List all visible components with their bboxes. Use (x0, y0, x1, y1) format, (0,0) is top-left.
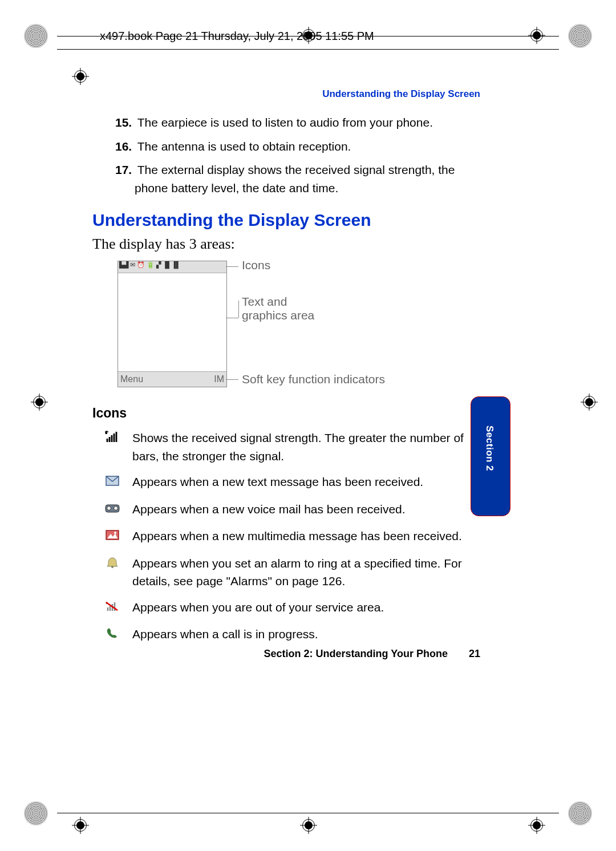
voicemail-icon (92, 500, 132, 520)
diagram-leader-line (226, 266, 238, 267)
section-heading: Understanding the Display Screen (92, 210, 480, 230)
phone-screen-illustration: ▙▟ ✉ ⏰ 🔋 ▞ ▐▌▐▌ Menu IM (117, 261, 227, 387)
mms-icon (92, 527, 132, 546)
phone-softkey-bar: Menu IM (118, 371, 226, 387)
svg-point-5 (114, 532, 116, 534)
icon-description-list: Shows the received signal strength. The … (92, 429, 480, 645)
crop-mark-icon (568, 24, 592, 48)
list-item: 15. The earpiece is used to listen to au… (92, 114, 480, 132)
list-item-text: The earpiece is used to listen to audio … (137, 116, 433, 129)
icon-entry: Appears when a new multimedia message ha… (92, 527, 480, 546)
diagram-label-icons: Icons (242, 258, 270, 272)
call-icon (92, 625, 132, 645)
softkey-right-label: IM (214, 374, 224, 384)
crop-mark-icon (24, 801, 48, 825)
icon-entry-text: Appears when a call is in progress. (132, 625, 480, 643)
list-item: 16. The antenna is used to obtain recept… (92, 137, 480, 156)
no-service-icon (92, 598, 132, 618)
page-footer: Section 2: Understanding Your Phone 21 (92, 648, 480, 660)
text-message-icon (92, 473, 132, 492)
footer-section-text: Section 2: Understanding Your Phone (264, 648, 448, 659)
print-header-text: x497.book Page 21 Thursday, July 21, 200… (100, 30, 374, 43)
icon-entry-text: Appears when a new text message has been… (132, 473, 480, 491)
icon-entry: Appears when you set an alarm to ring at… (92, 554, 480, 590)
display-diagram: ▙▟ ✉ ⏰ 🔋 ▞ ▐▌▐▌ Menu IM Icons Text and g… (117, 261, 480, 391)
svg-point-2 (107, 506, 111, 510)
phone-body-area (118, 273, 226, 371)
crop-rule (57, 813, 559, 813)
diagram-leader-line (238, 301, 239, 318)
page-content: Understanding the Display Screen 15. The… (92, 88, 480, 653)
print-header-rule (57, 49, 559, 50)
diagram-leader-line (226, 379, 238, 380)
icon-entry-text: Shows the received signal strength. The … (132, 429, 480, 465)
icon-entry: Shows the received signal strength. The … (92, 429, 480, 465)
numbered-list: 15. The earpiece is used to listen to au… (92, 114, 480, 197)
crop-mark-icon (24, 24, 48, 48)
list-item-number: 15. (115, 116, 132, 129)
crop-mark-icon (568, 801, 592, 825)
alarm-icon (92, 554, 132, 574)
list-item-number: 16. (115, 140, 132, 153)
section-tab-label: Section 2 (484, 426, 495, 471)
svg-point-3 (114, 506, 118, 510)
icon-entry: Appears when a call is in progress. (92, 625, 480, 645)
list-item-text: The antenna is used to obtain reception. (137, 140, 351, 153)
svg-point-6 (111, 566, 114, 568)
icon-entry: Appears when a new text message has been… (92, 473, 480, 492)
phone-icon-bar: ▙▟ ✉ ⏰ 🔋 ▞ ▐▌▐▌ (118, 261, 226, 273)
icon-entry-text: Appears when a new multimedia message ha… (132, 527, 480, 545)
diagram-leader-line (226, 318, 238, 318)
icon-entry-text: Appears when a new voice mail has been r… (132, 500, 480, 518)
diagram-label-textarea: Text and graphics area (242, 295, 333, 322)
list-item-text: The external display shows the received … (135, 163, 455, 194)
icons-subheading: Icons (92, 406, 480, 421)
signal-strength-icon (92, 429, 132, 448)
icon-entry: Appears when a new voice mail has been r… (92, 500, 480, 520)
list-item: 17. The external display shows the recei… (92, 161, 480, 197)
intro-text: The display has 3 areas: (92, 236, 480, 253)
icon-entry: Appears when you are out of your service… (92, 598, 480, 618)
footer-page-number: 21 (469, 648, 480, 659)
list-item-number: 17. (115, 163, 132, 176)
running-header: Understanding the Display Screen (92, 88, 480, 100)
icon-entry-text: Appears when you set an alarm to ring at… (132, 554, 480, 590)
diagram-label-softkeys: Soft key function indicators (242, 372, 385, 386)
softkey-left-label: Menu (120, 374, 143, 384)
icon-entry-text: Appears when you are out of your service… (132, 598, 480, 617)
